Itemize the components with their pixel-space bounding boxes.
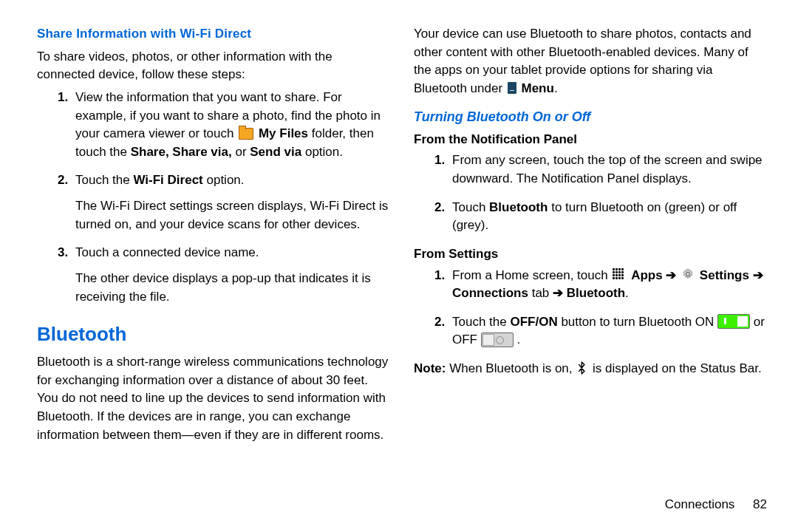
- settings-steps-list: From a Home screen, touch Apps ➔ S: [414, 267, 767, 350]
- text: tab: [532, 286, 553, 300]
- page-footer: Connections 82: [665, 496, 767, 514]
- share-steps-list: View the information that you want to sh…: [37, 89, 390, 306]
- heading-turning-bt: Turning Bluetooth On or Off: [414, 107, 767, 126]
- share-step-3-detail: The other device displays a pop-up that …: [75, 270, 390, 306]
- bluetooth-intro: Bluetooth is a short-range wireless comm…: [37, 353, 390, 444]
- arrow-icon: ➔: [666, 268, 676, 282]
- text: is displayed on the Status Bar.: [593, 361, 762, 375]
- share-intro: To share videos, photos, or other inform…: [37, 48, 390, 84]
- text-bold: Bluetooth: [567, 286, 625, 300]
- arrow-icon: ➔: [553, 286, 563, 300]
- note-label: Note:: [414, 361, 446, 375]
- text-bold: Settings: [700, 268, 749, 282]
- text-bold: Bluetooth: [489, 200, 548, 214]
- text: .: [625, 286, 629, 300]
- settings-step-2: Touch the OFF/ON button to turn Bluetoot…: [452, 313, 767, 349]
- text-bold: My Files: [259, 126, 308, 140]
- footer-section: Connections: [665, 497, 735, 511]
- toggle-off-icon: [481, 332, 514, 347]
- folder-icon: [239, 128, 253, 140]
- text-bold: Share, Share via,: [131, 145, 232, 159]
- text-bold: Connections: [452, 286, 528, 300]
- right-column: Your device can use Bluetooth to share p…: [414, 25, 767, 449]
- left-column: Share Information with Wi-Fi Direct To s…: [37, 25, 390, 449]
- heading-from-notification-panel: From the Notification Panel: [414, 131, 767, 149]
- toggle-on-icon: [717, 314, 750, 329]
- text: .: [516, 332, 520, 347]
- share-step-1: View the information that you want to sh…: [75, 89, 390, 162]
- text: Touch the: [75, 173, 133, 187]
- bluetooth-icon: [577, 361, 587, 375]
- share-step-3: Touch a connected device name. The other…: [75, 244, 390, 306]
- text: When Bluetooth is on,: [449, 361, 576, 375]
- np-steps-list: From any screen, touch the top of the sc…: [414, 151, 767, 235]
- text: Touch: [452, 200, 489, 214]
- gear-icon: [681, 267, 695, 281]
- page-number: 82: [753, 497, 767, 511]
- text: option.: [206, 173, 244, 187]
- apps-grid-icon: [613, 268, 626, 282]
- svg-point-1: [686, 273, 690, 276]
- note-line: Note: When Bluetooth is on, is displayed…: [414, 360, 767, 378]
- text-bold: Apps: [631, 268, 663, 282]
- text-bold: Menu: [522, 81, 554, 95]
- text: Touch a connected device name.: [75, 245, 259, 259]
- text: or: [235, 145, 250, 159]
- heading-share-wifi-direct: Share Information with Wi-Fi Direct: [37, 25, 390, 44]
- text: From a Home screen, touch: [452, 268, 611, 282]
- np-step-2: Touch Bluetooth to turn Bluetooth on (gr…: [452, 199, 767, 235]
- heading-bluetooth: Bluetooth: [37, 321, 390, 349]
- text: Touch the: [452, 315, 510, 329]
- heading-from-settings: From Settings: [414, 245, 767, 264]
- np-step-1: From any screen, touch the top of the sc…: [452, 151, 767, 188]
- share-step-2: Touch the Wi-Fi Direct option. The Wi-Fi…: [75, 171, 390, 233]
- bt-share-intro: Your device can use Bluetooth to share p…: [414, 25, 767, 98]
- text-bold: Wi-Fi Direct: [133, 173, 202, 187]
- text: Your device can use Bluetooth to share p…: [414, 27, 751, 95]
- menu-icon: [508, 82, 516, 94]
- text: button to turn Bluetooth ON: [561, 315, 717, 329]
- text: option.: [305, 145, 343, 159]
- arrow-icon: ➔: [753, 268, 763, 282]
- page-body: Share Information with Wi-Fi Direct To s…: [0, 0, 798, 493]
- share-step-2-detail: The Wi-Fi Direct settings screen display…: [75, 197, 390, 233]
- text: .: [554, 81, 558, 95]
- settings-step-1: From a Home screen, touch Apps ➔ S: [452, 267, 767, 303]
- text-bold: Send via: [250, 145, 301, 159]
- text-bold: OFF/ON: [510, 315, 557, 329]
